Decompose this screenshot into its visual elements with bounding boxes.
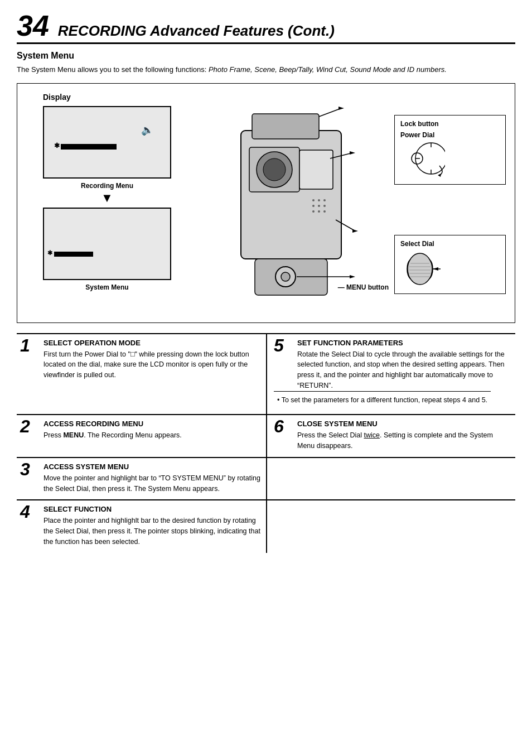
step-2-content: ACCESS RECORDING MENU Press MENU. The Re…	[43, 420, 263, 441]
select-dial-label: Select Dial	[400, 240, 500, 248]
step-5-body: Rotate the Select Dial to cycle through …	[297, 349, 512, 391]
svg-marker-22	[352, 229, 358, 233]
svg-point-13	[318, 210, 320, 213]
header-recording: RECORDING	[58, 22, 147, 39]
step-1-content: SELECT OPERATION MODE First turn the Pow…	[43, 339, 263, 381]
display-label: Display	[43, 93, 71, 102]
screen-bottom-pointer: ✱	[47, 249, 52, 257]
screen-icon: 🔈	[141, 124, 153, 136]
svg-point-10	[318, 205, 320, 207]
step-4-number: 4	[20, 503, 40, 521]
svg-marker-25	[338, 107, 344, 110]
svg-point-11	[323, 205, 326, 207]
step-5-content: SET FUNCTION PARAMETERS Rotate the Selec…	[297, 339, 512, 391]
step-6: 6 CLOSE SYSTEM MENU Press the Select Dia…	[266, 414, 515, 457]
step-3-right-placeholder	[266, 457, 515, 500]
step-3-number: 3	[20, 460, 40, 478]
step-4-body: Place the pointer and highlighlt bar to …	[43, 516, 263, 547]
step-6-content: CLOSE SYSTEM MENU Press the Select Dial …	[297, 420, 512, 451]
step-3-body: Move the pointer and highlight bar to “T…	[43, 473, 263, 494]
step-1-title: SELECT OPERATION MODE	[43, 339, 263, 347]
system-menu-label: System Menu	[85, 283, 128, 291]
step-2-number: 2	[20, 417, 40, 435]
select-dial-graphic	[400, 251, 445, 287]
step-5-number: 5	[274, 336, 294, 354]
step-6-body: Press the Select Dial twice. Setting is …	[297, 430, 512, 451]
step-2: 2 ACCESS RECORDING MENU Press MENU. The …	[17, 414, 266, 457]
header-title: RECORDING Advanced Features (Cont.)	[58, 22, 335, 40]
menu-button-text: MENU button	[346, 283, 389, 291]
step-4-right-placeholder	[266, 499, 515, 552]
lock-power-box: Lock button Power Dial	[394, 115, 506, 185]
page-number: 34	[17, 11, 49, 40]
screen-bar	[61, 144, 117, 150]
step-3-title: ACCESS SYSTEM MENU	[43, 463, 263, 471]
step-2-bold: MENU	[63, 431, 84, 439]
step-4: 4 SELECT FUNCTION Place the pointer and …	[17, 499, 266, 552]
step-4-title: SELECT FUNCTION	[43, 505, 263, 513]
svg-point-7	[318, 199, 320, 201]
power-dial-graphic	[400, 139, 445, 178]
power-dial-label: Power Dial	[400, 131, 500, 139]
svg-point-9	[312, 205, 315, 207]
step-1: 1 SELECT OPERATION MODE First turn the P…	[17, 333, 266, 415]
header-rest: Advanced Features (Cont.)	[147, 22, 335, 39]
svg-rect-1	[252, 114, 319, 139]
step-1-body: First turn the Power Dial to "□" while p…	[43, 349, 263, 381]
step-1-number: 1	[20, 336, 40, 354]
step-3: 3 ACCESS SYSTEM MENU Move the pointer an…	[17, 457, 266, 500]
svg-point-8	[323, 199, 326, 201]
svg-point-12	[312, 210, 315, 213]
section-title: System Menu	[17, 51, 515, 61]
svg-marker-23	[350, 275, 355, 278]
step-5-note: To set the parameters for a different fu…	[274, 391, 491, 409]
step-4-content: SELECT FUNCTION Place the pointer and hi…	[43, 505, 263, 547]
svg-point-14	[323, 210, 326, 213]
lock-button-label: Lock button	[400, 120, 500, 128]
step-6-underline: twice	[364, 431, 380, 439]
svg-marker-21	[350, 151, 355, 155]
diagram-box: Display 🔈 ✱ Recording Menu ▼ ✱ System Me…	[17, 83, 515, 323]
step-6-title: CLOSE SYSTEM MENU	[297, 420, 512, 428]
recording-menu-label: Recording Menu	[81, 182, 133, 190]
intro-italic: Photo Frame, Scene, Beep/Tally, Wind Cut…	[209, 65, 447, 74]
svg-marker-31	[438, 174, 441, 177]
step-3-content: ACCESS SYSTEM MENU Move the pointer and …	[43, 463, 263, 494]
screen-bottom-bar	[54, 252, 93, 257]
menu-button-label: — MENU button	[338, 283, 389, 291]
right-panel: Lock button Power Dial Select Dial	[394, 93, 506, 314]
svg-point-6	[312, 199, 315, 201]
step-5: 5 SET FUNCTION PARAMETERS Rotate the Sel…	[266, 333, 515, 415]
screen-pointer: ✱	[54, 142, 60, 150]
step-6-number: 6	[274, 417, 294, 435]
svg-rect-5	[299, 150, 333, 189]
step-5-title: SET FUNCTION PARAMETERS	[297, 339, 512, 347]
intro-text: The System Menu allows you to set the fo…	[17, 64, 515, 75]
svg-point-17	[281, 272, 290, 281]
svg-point-32	[408, 253, 432, 285]
step-2-body: Press MENU. The Recording Menu appears.	[43, 430, 263, 441]
screen-bottom: ✱	[43, 208, 171, 280]
screen-top: 🔈 ✱	[43, 106, 171, 179]
center-panel: — MENU button	[188, 93, 394, 314]
left-panel: Display 🔈 ✱ Recording Menu ▼ ✱ System Me…	[26, 93, 188, 314]
svg-line-24	[319, 108, 341, 117]
svg-point-4	[263, 158, 286, 181]
step-2-title: ACCESS RECORDING MENU	[43, 420, 263, 428]
arrow-down-icon: ▼	[101, 191, 113, 205]
steps-grid: 1 SELECT OPERATION MODE First turn the P…	[17, 333, 515, 553]
camera-illustration	[207, 97, 375, 309]
page-header: 34 RECORDING Advanced Features (Cont.)	[17, 11, 515, 44]
select-dial-box: Select Dial	[394, 235, 506, 294]
